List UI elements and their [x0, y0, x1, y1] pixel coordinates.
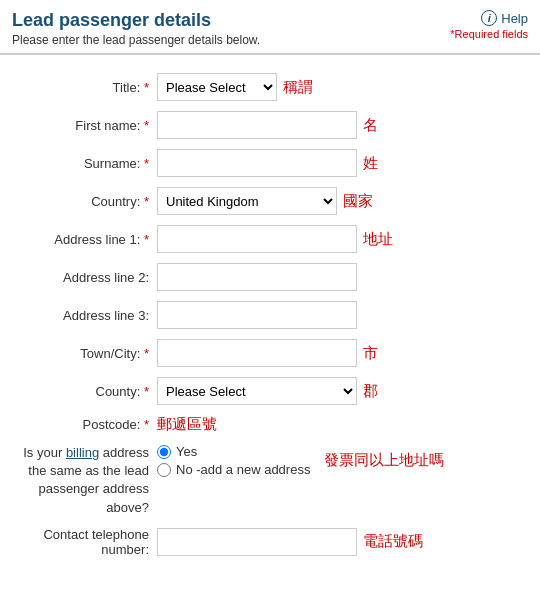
lead-passenger-form: Title: * Please Select Mr Mrs Ms Miss Dr… [0, 63, 540, 577]
title-select[interactable]: Please Select Mr Mrs Ms Miss Dr [157, 73, 277, 101]
postcode-label: Postcode: * [12, 417, 157, 432]
county-control-wrap: Please Select Avon Bedfordshire Berkshir… [157, 377, 528, 405]
info-icon: i [481, 10, 497, 26]
phone-input[interactable] [157, 528, 357, 556]
title-required: * [144, 80, 149, 95]
help-area: i Help *Required fields [450, 10, 528, 40]
firstname-input[interactable] [157, 111, 357, 139]
phone-row: Contact telephone number: 電話號碼 [12, 527, 528, 557]
address3-row: Address line 3: [12, 301, 528, 329]
address3-label: Address line 3: [12, 308, 157, 323]
surname-required: * [144, 156, 149, 171]
county-required: * [144, 384, 149, 399]
phone-control-wrap: 電話號碼 [157, 528, 528, 556]
postcode-control-wrap: 郵遞區號 [157, 415, 528, 434]
postcode-chinese-hint: 郵遞區號 [157, 415, 217, 434]
address3-input[interactable] [157, 301, 357, 329]
firstname-label: First name: * [12, 118, 157, 133]
firstname-required: * [144, 118, 149, 133]
billing-yes-label: Yes [176, 444, 197, 459]
town-input[interactable] [157, 339, 357, 367]
required-note: *Required fields [450, 28, 528, 40]
address1-input[interactable] [157, 225, 357, 253]
billing-link[interactable]: billing [66, 445, 99, 460]
postcode-row: Postcode: * 郵遞區號 [12, 415, 528, 434]
billing-chinese-hint: 發票同以上地址嗎 [324, 451, 444, 470]
address2-label: Address line 2: [12, 270, 157, 285]
address2-control-wrap [157, 263, 528, 291]
county-chinese-hint: 郡 [363, 382, 378, 401]
surname-row: Surname: * 姓 [12, 149, 528, 177]
billing-yes-radio[interactable] [157, 445, 171, 459]
country-required: * [144, 194, 149, 209]
town-control-wrap: 市 [157, 339, 528, 367]
address1-chinese-hint: 地址 [363, 230, 393, 249]
country-label: Country: * [12, 194, 157, 209]
surname-control-wrap: 姓 [157, 149, 528, 177]
firstname-row: First name: * 名 [12, 111, 528, 139]
county-label: County: * [12, 384, 157, 399]
country-chinese-hint: 國家 [343, 192, 373, 211]
billing-yes-row: Yes [157, 444, 310, 459]
postcode-required: * [144, 417, 149, 432]
town-required: * [144, 346, 149, 361]
country-select[interactable]: United Kingdom China Taiwan USA Other [157, 187, 337, 215]
surname-label: Surname: * [12, 156, 157, 171]
town-row: Town/City: * 市 [12, 339, 528, 367]
address2-row: Address line 2: [12, 263, 528, 291]
country-control-wrap: United Kingdom China Taiwan USA Other 國家 [157, 187, 528, 215]
address2-input[interactable] [157, 263, 357, 291]
title-chinese-hint: 稱謂 [283, 78, 313, 97]
county-select[interactable]: Please Select Avon Bedfordshire Berkshir… [157, 377, 357, 405]
address1-required: * [144, 232, 149, 247]
phone-chinese-hint: 電話號碼 [363, 532, 423, 551]
billing-label: Is your billing address the same as the … [12, 444, 157, 517]
town-chinese-hint: 市 [363, 344, 378, 363]
firstname-control-wrap: 名 [157, 111, 528, 139]
surname-chinese-hint: 姓 [363, 154, 378, 173]
address1-label: Address line 1: * [12, 232, 157, 247]
county-row: County: * Please Select Avon Bedfordshir… [12, 377, 528, 405]
address3-control-wrap [157, 301, 528, 329]
billing-no-label: No -add a new address [176, 462, 310, 477]
country-row: Country: * United Kingdom China Taiwan U… [12, 187, 528, 215]
title-label: Title: * [12, 80, 157, 95]
billing-options-wrap: Yes No -add a new address 發票同以上地址嗎 [157, 444, 528, 477]
address1-row: Address line 1: * 地址 [12, 225, 528, 253]
town-label: Town/City: * [12, 346, 157, 361]
help-label: Help [501, 11, 528, 26]
billing-no-radio[interactable] [157, 463, 171, 477]
billing-row: Is your billing address the same as the … [12, 444, 528, 517]
title-row: Title: * Please Select Mr Mrs Ms Miss Dr… [12, 73, 528, 101]
billing-no-row: No -add a new address [157, 462, 310, 477]
surname-input[interactable] [157, 149, 357, 177]
title-control-wrap: Please Select Mr Mrs Ms Miss Dr 稱謂 [157, 73, 528, 101]
phone-label: Contact telephone number: [12, 527, 157, 557]
billing-options: Yes No -add a new address [157, 444, 310, 477]
firstname-chinese-hint: 名 [363, 116, 378, 135]
page-header: Lead passenger details Please enter the … [0, 0, 540, 54]
address1-control-wrap: 地址 [157, 225, 528, 253]
help-button[interactable]: i Help [481, 10, 528, 26]
